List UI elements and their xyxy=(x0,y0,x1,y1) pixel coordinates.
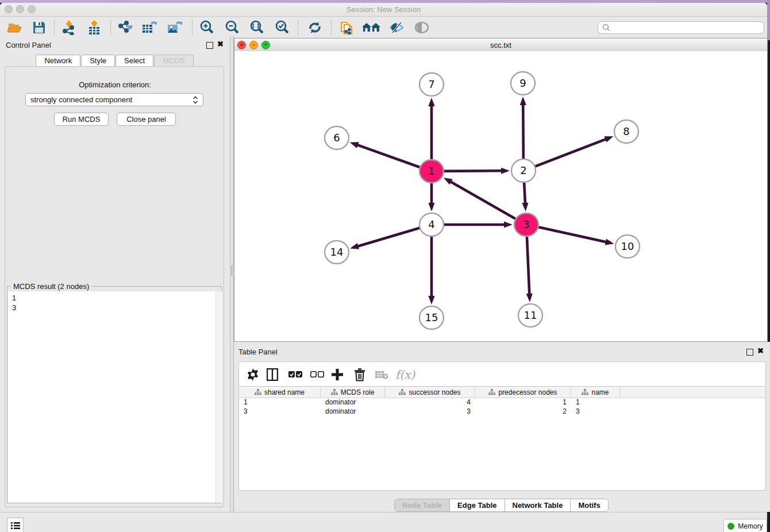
graph-edge-1-6[interactable] xyxy=(357,145,421,168)
create-column-plus-icon[interactable] xyxy=(331,367,344,383)
graph-edge-2-8[interactable] xyxy=(534,139,607,167)
column-hierarchy-icon xyxy=(488,389,495,395)
mcds-result-textarea[interactable]: 1 3 xyxy=(8,291,222,503)
memory-button[interactable]: Memory xyxy=(723,519,767,532)
save-session-button[interactable] xyxy=(29,19,49,36)
table-cell[interactable]: 2 xyxy=(475,407,571,416)
table-row[interactable]: 3dominator323 xyxy=(239,407,765,416)
delete-table-icon-disabled xyxy=(375,367,388,383)
control-panel-tabs: Network Style Select MCDS xyxy=(0,55,230,66)
search-box[interactable] xyxy=(598,21,764,34)
apply-layout-button[interactable] xyxy=(305,19,325,36)
column-header-filler xyxy=(620,387,765,398)
close-panel-icon[interactable]: ✖ xyxy=(757,348,764,354)
scrollbar-track[interactable] xyxy=(215,291,221,503)
network-canvas[interactable]: 7968124314101511 xyxy=(234,51,767,341)
table-cell[interactable]: dominator xyxy=(321,407,385,416)
run-mcds-button[interactable]: Run MCDS xyxy=(54,113,109,126)
panel-divider[interactable] xyxy=(230,36,234,512)
task-history-button[interactable] xyxy=(7,518,24,532)
node-table-rows: 1dominator4113dominator323 xyxy=(239,398,765,416)
edge-arrowhead xyxy=(428,203,434,211)
table-cell[interactable]: 3 xyxy=(571,407,620,416)
toolbar-separator xyxy=(331,20,332,35)
screen: Session: New Session xyxy=(0,0,770,532)
column-header-name[interactable]: name xyxy=(571,387,620,398)
table-cell[interactable]: 3 xyxy=(385,407,475,416)
tab-select[interactable]: Select xyxy=(116,55,153,66)
zoom-out-button[interactable] xyxy=(222,19,242,36)
tab-mcds[interactable]: MCDS xyxy=(154,55,193,66)
edge-arrowhead xyxy=(526,294,533,302)
hide-graphics-details-button[interactable] xyxy=(386,19,407,36)
select-all-columns-icon[interactable] xyxy=(288,367,302,383)
bird-view-button[interactable] xyxy=(411,19,432,36)
node-table: shared nameMCDS rolesuccessor nodesprede… xyxy=(238,386,766,491)
mcds-result-fieldset: MCDS result (2 nodes) 1 3 xyxy=(7,286,222,503)
table-cell[interactable]: 1 xyxy=(475,398,571,407)
graph-edge-3-10[interactable] xyxy=(537,227,607,242)
graph-edge-3-1[interactable] xyxy=(450,182,517,219)
edge-arrowhead xyxy=(428,98,434,106)
graph-node-label: 2 xyxy=(520,164,526,176)
graph-node-label: 1 xyxy=(428,165,434,177)
graph-edge-4-14[interactable] xyxy=(357,228,421,246)
tab-network[interactable]: Network xyxy=(36,55,80,66)
close-panel-icon[interactable]: ✖ xyxy=(217,41,224,47)
graph-edge-3-11[interactable] xyxy=(527,235,530,295)
tab-style[interactable]: Style xyxy=(81,55,115,66)
unselect-all-columns-icon[interactable] xyxy=(310,367,324,383)
export-network-button[interactable] xyxy=(115,19,136,36)
graph-edge-1-2[interactable] xyxy=(442,171,502,171)
graph-edge-2-9[interactable] xyxy=(523,104,523,160)
table-row[interactable]: 1dominator411 xyxy=(239,398,765,407)
home-view-button[interactable] xyxy=(361,19,382,36)
optimization-criterion-select[interactable]: strongly connected component xyxy=(25,93,203,106)
table-cell[interactable]: 1 xyxy=(571,398,620,407)
column-header-predecessor-nodes[interactable]: predecessor nodes xyxy=(475,387,571,398)
main-titlebar: Session: New Session xyxy=(0,3,767,17)
tab-edge-table[interactable]: Edge Table xyxy=(449,499,504,511)
open-session-button[interactable] xyxy=(5,19,25,36)
table-cell[interactable]: 4 xyxy=(385,398,475,407)
desktop-edge-right-top xyxy=(767,0,770,40)
export-table-button[interactable] xyxy=(139,19,160,36)
tab-network-table[interactable]: Network Table xyxy=(505,499,571,511)
zoom-in-button[interactable] xyxy=(197,19,217,36)
close-panel-button[interactable]: Close panel xyxy=(117,113,176,126)
graph-edge-2-3[interactable] xyxy=(524,181,525,204)
zoom-fit-button[interactable] xyxy=(247,19,267,36)
export-image-button[interactable] xyxy=(164,19,185,36)
table-cell[interactable]: 3 xyxy=(239,407,321,416)
show-columns-icon[interactable] xyxy=(267,367,278,383)
tab-motifs[interactable]: Motifs xyxy=(570,499,607,511)
table-settings-gear-icon[interactable] xyxy=(247,367,259,383)
column-label: shared name xyxy=(264,388,305,396)
edge-arrowhead xyxy=(605,136,614,142)
column-header-shared-name[interactable]: shared name xyxy=(239,387,321,398)
search-input[interactable] xyxy=(611,23,764,32)
network-window-titlebar[interactable]: × − + scc.txt xyxy=(234,38,767,52)
import-network-button[interactable] xyxy=(59,19,79,36)
float-panel-icon[interactable] xyxy=(206,42,213,49)
tab-node-table[interactable]: Node Table xyxy=(395,499,449,511)
delete-column-trash-icon[interactable] xyxy=(354,367,365,383)
import-table-button[interactable] xyxy=(84,19,105,36)
table-cell[interactable]: 1 xyxy=(239,398,321,407)
graph-node-label: 9 xyxy=(519,77,526,89)
column-header-MCDS-role[interactable]: MCDS role xyxy=(321,387,385,398)
float-panel-icon[interactable] xyxy=(746,349,753,356)
column-header-successor-nodes[interactable]: successor nodes xyxy=(385,387,475,398)
table-cell[interactable]: dominator xyxy=(321,398,385,407)
clone-network-button[interactable] xyxy=(337,19,357,36)
status-bar: Memory xyxy=(0,512,767,532)
table-toolbar: f(x) xyxy=(238,361,766,387)
control-panel: Control Panel ✖ Network Style Select MCD… xyxy=(0,36,230,512)
network-window-title: scc.txt xyxy=(234,41,767,49)
toolbar-separator xyxy=(298,20,298,35)
memory-status-dot xyxy=(727,523,734,530)
zoom-selected-button[interactable] xyxy=(272,19,292,36)
toolbar-separator xyxy=(54,20,55,35)
edge-arrowhead xyxy=(501,168,510,174)
edge-arrowhead xyxy=(504,221,513,228)
